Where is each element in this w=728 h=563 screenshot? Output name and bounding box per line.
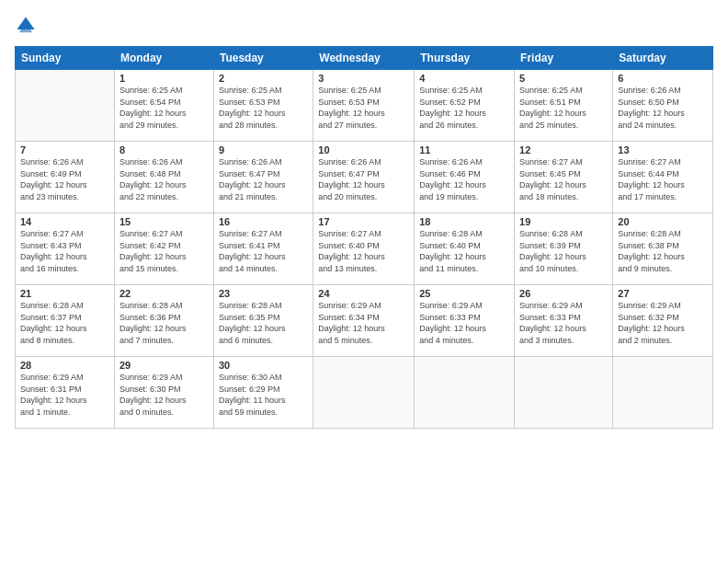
weekday-header-wednesday: Wednesday: [313, 47, 415, 70]
calendar-cell: 5 Sunrise: 6:25 AM Sunset: 6:51 PM Dayli…: [515, 70, 613, 142]
day-info: Sunrise: 6:25 AM Sunset: 6:53 PM Dayligh…: [318, 85, 409, 131]
day-number: 28: [20, 360, 109, 371]
day-info: Sunrise: 6:25 AM Sunset: 6:53 PM Dayligh…: [219, 85, 308, 131]
calendar-cell: 3 Sunrise: 6:25 AM Sunset: 6:53 PM Dayli…: [313, 70, 415, 142]
calendar-week-1: 7 Sunrise: 6:26 AM Sunset: 6:49 PM Dayli…: [16, 142, 713, 213]
day-info: Sunrise: 6:28 AM Sunset: 6:40 PM Dayligh…: [419, 228, 509, 274]
day-info: Sunrise: 6:26 AM Sunset: 6:50 PM Dayligh…: [618, 85, 708, 131]
calendar-cell: 12 Sunrise: 6:27 AM Sunset: 6:45 PM Dayl…: [515, 142, 613, 213]
day-info: Sunrise: 6:25 AM Sunset: 6:51 PM Dayligh…: [519, 85, 608, 131]
day-number: 6: [618, 73, 708, 84]
calendar-cell: 26 Sunrise: 6:29 AM Sunset: 6:33 PM Dayl…: [515, 285, 613, 357]
day-info: Sunrise: 6:29 AM Sunset: 6:32 PM Dayligh…: [618, 300, 708, 346]
weekday-header-friday: Friday: [515, 47, 613, 70]
day-number: 18: [419, 216, 509, 227]
calendar-cell: 19 Sunrise: 6:28 AM Sunset: 6:39 PM Dayl…: [515, 213, 613, 285]
day-number: 9: [219, 144, 308, 155]
day-number: 13: [618, 144, 708, 155]
calendar-cell: [613, 357, 713, 429]
day-info: Sunrise: 6:27 AM Sunset: 6:43 PM Dayligh…: [20, 228, 109, 274]
calendar-cell: 14 Sunrise: 6:27 AM Sunset: 6:43 PM Dayl…: [16, 213, 115, 285]
day-info: Sunrise: 6:26 AM Sunset: 6:46 PM Dayligh…: [419, 156, 509, 202]
day-number: 12: [519, 144, 608, 155]
day-number: 3: [318, 73, 409, 84]
day-info: Sunrise: 6:27 AM Sunset: 6:40 PM Dayligh…: [318, 228, 409, 274]
day-number: 19: [519, 216, 608, 227]
calendar-cell: 4 Sunrise: 6:25 AM Sunset: 6:52 PM Dayli…: [415, 70, 515, 142]
logo-icon: [15, 15, 37, 37]
day-number: 10: [318, 144, 409, 155]
weekday-header-tuesday: Tuesday: [213, 47, 313, 70]
day-info: Sunrise: 6:28 AM Sunset: 6:36 PM Dayligh…: [119, 300, 209, 346]
day-info: Sunrise: 6:29 AM Sunset: 6:34 PM Dayligh…: [318, 300, 409, 346]
day-info: Sunrise: 6:28 AM Sunset: 6:37 PM Dayligh…: [20, 300, 109, 346]
day-number: 7: [20, 144, 109, 155]
calendar-cell: 2 Sunrise: 6:25 AM Sunset: 6:53 PM Dayli…: [213, 70, 313, 142]
day-number: 8: [119, 144, 209, 155]
calendar-cell: 16 Sunrise: 6:27 AM Sunset: 6:41 PM Dayl…: [213, 213, 313, 285]
weekday-header-sunday: Sunday: [16, 47, 115, 70]
logo: [15, 15, 40, 37]
day-info: Sunrise: 6:26 AM Sunset: 6:47 PM Dayligh…: [219, 156, 308, 202]
day-number: 30: [219, 360, 308, 371]
calendar-week-4: 28 Sunrise: 6:29 AM Sunset: 6:31 PM Dayl…: [16, 357, 713, 429]
day-info: Sunrise: 6:27 AM Sunset: 6:42 PM Dayligh…: [119, 228, 209, 274]
calendar-table: SundayMondayTuesdayWednesdayThursdayFrid…: [15, 46, 713, 429]
calendar-cell: 23 Sunrise: 6:28 AM Sunset: 6:35 PM Dayl…: [213, 285, 313, 357]
header: [15, 15, 713, 37]
day-number: 23: [219, 288, 308, 299]
day-number: 2: [219, 73, 308, 84]
day-info: Sunrise: 6:28 AM Sunset: 6:35 PM Dayligh…: [219, 300, 308, 346]
day-number: 5: [519, 73, 608, 84]
calendar-cell: 25 Sunrise: 6:29 AM Sunset: 6:33 PM Dayl…: [415, 285, 515, 357]
day-number: 21: [20, 288, 109, 299]
day-info: Sunrise: 6:26 AM Sunset: 6:49 PM Dayligh…: [20, 156, 109, 202]
day-info: Sunrise: 6:27 AM Sunset: 6:41 PM Dayligh…: [219, 228, 308, 274]
calendar-week-2: 14 Sunrise: 6:27 AM Sunset: 6:43 PM Dayl…: [16, 213, 713, 285]
day-info: Sunrise: 6:29 AM Sunset: 6:30 PM Dayligh…: [119, 372, 209, 418]
day-number: 27: [618, 288, 708, 299]
calendar-week-0: 1 Sunrise: 6:25 AM Sunset: 6:54 PM Dayli…: [16, 70, 713, 142]
weekday-header-row: SundayMondayTuesdayWednesdayThursdayFrid…: [16, 47, 713, 70]
day-number: 17: [318, 216, 409, 227]
calendar-cell: 11 Sunrise: 6:26 AM Sunset: 6:46 PM Dayl…: [415, 142, 515, 213]
calendar-cell: 29 Sunrise: 6:29 AM Sunset: 6:30 PM Dayl…: [114, 357, 213, 429]
day-info: Sunrise: 6:28 AM Sunset: 6:38 PM Dayligh…: [618, 228, 708, 274]
day-number: 20: [618, 216, 708, 227]
weekday-header-monday: Monday: [114, 47, 213, 70]
calendar-cell: 28 Sunrise: 6:29 AM Sunset: 6:31 PM Dayl…: [16, 357, 115, 429]
day-number: 4: [419, 73, 509, 84]
calendar-cell: [16, 70, 115, 142]
calendar-cell: [415, 357, 515, 429]
calendar-cell: 22 Sunrise: 6:28 AM Sunset: 6:36 PM Dayl…: [114, 285, 213, 357]
day-info: Sunrise: 6:30 AM Sunset: 6:29 PM Dayligh…: [219, 372, 308, 418]
day-number: 25: [419, 288, 509, 299]
calendar-cell: 18 Sunrise: 6:28 AM Sunset: 6:40 PM Dayl…: [415, 213, 515, 285]
day-number: 16: [219, 216, 308, 227]
day-info: Sunrise: 6:29 AM Sunset: 6:33 PM Dayligh…: [419, 300, 509, 346]
calendar-cell: [515, 357, 613, 429]
day-info: Sunrise: 6:27 AM Sunset: 6:45 PM Dayligh…: [519, 156, 608, 202]
day-info: Sunrise: 6:29 AM Sunset: 6:33 PM Dayligh…: [519, 300, 608, 346]
day-info: Sunrise: 6:26 AM Sunset: 6:47 PM Dayligh…: [318, 156, 409, 202]
day-info: Sunrise: 6:27 AM Sunset: 6:44 PM Dayligh…: [618, 156, 708, 202]
day-number: 1: [119, 73, 209, 84]
calendar-cell: 15 Sunrise: 6:27 AM Sunset: 6:42 PM Dayl…: [114, 213, 213, 285]
day-number: 11: [419, 144, 509, 155]
calendar-cell: 6 Sunrise: 6:26 AM Sunset: 6:50 PM Dayli…: [613, 70, 713, 142]
day-info: Sunrise: 6:25 AM Sunset: 6:54 PM Dayligh…: [119, 85, 209, 131]
calendar-cell: 17 Sunrise: 6:27 AM Sunset: 6:40 PM Dayl…: [313, 213, 415, 285]
calendar-cell: 1 Sunrise: 6:25 AM Sunset: 6:54 PM Dayli…: [114, 70, 213, 142]
day-info: Sunrise: 6:28 AM Sunset: 6:39 PM Dayligh…: [519, 228, 608, 274]
day-info: Sunrise: 6:26 AM Sunset: 6:48 PM Dayligh…: [119, 156, 209, 202]
weekday-header-saturday: Saturday: [613, 47, 713, 70]
day-info: Sunrise: 6:29 AM Sunset: 6:31 PM Dayligh…: [20, 372, 109, 418]
calendar-cell: 8 Sunrise: 6:26 AM Sunset: 6:48 PM Dayli…: [114, 142, 213, 213]
day-info: Sunrise: 6:25 AM Sunset: 6:52 PM Dayligh…: [419, 85, 509, 131]
calendar-cell: 21 Sunrise: 6:28 AM Sunset: 6:37 PM Dayl…: [16, 285, 115, 357]
day-number: 14: [20, 216, 109, 227]
calendar-cell: 24 Sunrise: 6:29 AM Sunset: 6:34 PM Dayl…: [313, 285, 415, 357]
calendar-cell: 30 Sunrise: 6:30 AM Sunset: 6:29 PM Dayl…: [213, 357, 313, 429]
day-number: 26: [519, 288, 608, 299]
day-number: 24: [318, 288, 409, 299]
